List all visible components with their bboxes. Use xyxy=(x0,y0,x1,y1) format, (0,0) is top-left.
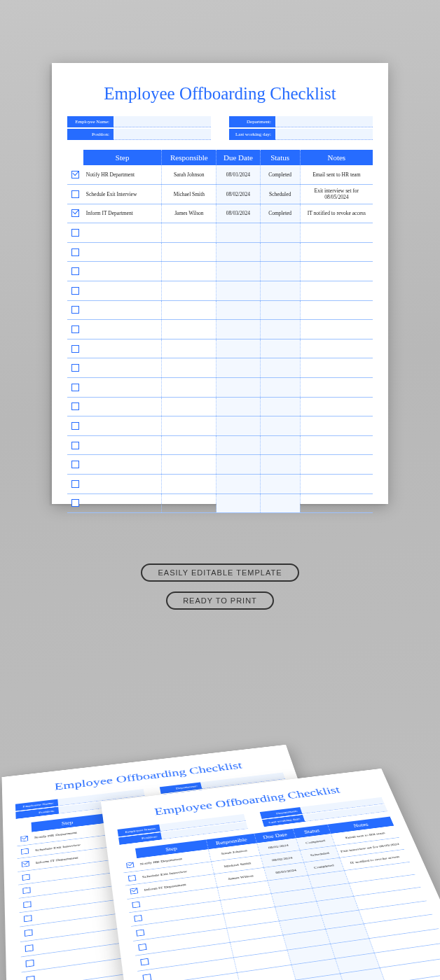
checkbox[interactable] xyxy=(71,480,79,488)
cell-status xyxy=(260,493,300,513)
checkbox[interactable] xyxy=(71,345,79,353)
checkbox[interactable] xyxy=(71,402,79,410)
cell-notes xyxy=(300,475,373,494)
checkbox[interactable] xyxy=(140,958,149,966)
cell-status xyxy=(260,435,300,455)
checkbox[interactable] xyxy=(24,915,32,922)
checkbox-cell xyxy=(67,416,83,436)
checkbox[interactable] xyxy=(71,267,79,275)
cell-responsible xyxy=(162,339,216,358)
checkbox-cell xyxy=(22,970,40,980)
cell-notes xyxy=(300,300,373,320)
checkbox[interactable] xyxy=(21,848,29,855)
cell-step: Notify HR Department xyxy=(83,165,162,185)
checkbox[interactable] xyxy=(132,902,140,909)
checkbox[interactable] xyxy=(25,930,33,937)
checkbox-cell xyxy=(67,378,83,398)
table-row xyxy=(67,262,373,281)
cell-responsible xyxy=(162,281,216,301)
checkbox[interactable] xyxy=(23,901,32,908)
info-value[interactable] xyxy=(114,129,211,140)
table-row: Inform IT DepartmentJames Wilson08/03/20… xyxy=(67,204,373,223)
column-header: Responsible xyxy=(162,150,216,165)
table-row: Notify HR DepartmentSarah Johnson08/01/2… xyxy=(67,165,373,185)
cell-due xyxy=(216,223,260,243)
checkbox-cell xyxy=(67,435,83,455)
badge-print: READY TO PRINT xyxy=(166,592,274,610)
table-row xyxy=(67,320,373,340)
checkbox[interactable] xyxy=(25,944,33,952)
cell-due xyxy=(216,378,260,398)
info-block: Department:Last working day: xyxy=(229,116,373,140)
checkbox[interactable] xyxy=(22,861,29,867)
checkbox-cell xyxy=(67,165,83,185)
checkbox[interactable] xyxy=(71,461,79,468)
info-line: Department: xyxy=(229,116,373,127)
checkbox-cell xyxy=(67,455,83,475)
checkbox[interactable] xyxy=(136,929,144,936)
checkbox[interactable] xyxy=(71,171,79,178)
checkbox[interactable] xyxy=(71,209,79,217)
table-row xyxy=(67,416,373,436)
checkbox-cell xyxy=(67,493,83,513)
cell-responsible xyxy=(162,262,216,281)
table-row xyxy=(67,378,373,398)
cell-notes: Exit interview set for 08/05/2024 xyxy=(300,185,373,204)
checkbox[interactable] xyxy=(71,422,79,430)
cell-due xyxy=(216,300,260,320)
cell-due xyxy=(216,435,260,455)
cell-status xyxy=(260,223,300,243)
checkbox[interactable] xyxy=(130,888,138,895)
checkbox[interactable] xyxy=(71,364,79,372)
checkbox[interactable] xyxy=(71,326,79,333)
checkbox[interactable] xyxy=(71,442,79,449)
cell-step xyxy=(83,262,162,281)
checkbox[interactable] xyxy=(71,229,79,237)
checkbox[interactable] xyxy=(134,915,142,922)
badge-editable: EASILY EDITABLE TEMPLATE xyxy=(141,564,298,582)
checkbox[interactable] xyxy=(71,287,79,295)
checkbox[interactable] xyxy=(71,384,79,391)
info-value[interactable] xyxy=(114,116,211,127)
checkbox[interactable] xyxy=(138,944,147,951)
cell-status: Scheduled xyxy=(260,185,300,204)
checkbox-cell xyxy=(67,281,83,301)
cell-notes xyxy=(300,339,373,358)
info-label: Last working day: xyxy=(229,129,275,140)
checkbox-cell xyxy=(67,397,83,416)
info-line: Position: xyxy=(67,129,211,140)
cell-step xyxy=(83,378,162,398)
checkbox[interactable] xyxy=(71,499,79,507)
checkbox[interactable] xyxy=(142,974,151,980)
checkbox[interactable] xyxy=(22,888,30,895)
checkbox[interactable] xyxy=(128,875,137,881)
checkbox[interactable] xyxy=(71,248,79,256)
cell-due: 08/03/2024 xyxy=(216,204,260,223)
cell-responsible xyxy=(162,378,216,398)
table-row xyxy=(67,242,373,262)
checkbox[interactable] xyxy=(126,862,134,869)
checkbox[interactable] xyxy=(71,190,79,198)
cell-due xyxy=(216,339,260,358)
table-row: Schedule Exit InterviewMichael Smith08/0… xyxy=(67,185,373,204)
cell-notes xyxy=(300,378,373,398)
cell-step xyxy=(83,281,162,301)
cell-responsible xyxy=(162,493,216,513)
cell-notes xyxy=(300,397,373,416)
checkbox-cell xyxy=(67,223,83,243)
checkbox[interactable] xyxy=(26,975,34,980)
checkbox[interactable] xyxy=(25,960,34,967)
cell-status xyxy=(260,339,300,358)
checkbox[interactable] xyxy=(71,306,79,314)
cell-step: Schedule Exit Interview xyxy=(83,185,162,204)
badge-container: EASILY EDITABLE TEMPLATE READY TO PRINT xyxy=(0,564,440,610)
info-line: Last working day: xyxy=(229,129,373,140)
cell-due xyxy=(216,281,260,301)
checkbox-cell xyxy=(67,262,83,281)
cell-step xyxy=(83,475,162,494)
cell-responsible xyxy=(162,300,216,320)
checkbox[interactable] xyxy=(20,836,28,842)
checkbox[interactable] xyxy=(22,874,29,881)
info-value[interactable] xyxy=(275,116,373,127)
info-value[interactable] xyxy=(275,129,373,140)
